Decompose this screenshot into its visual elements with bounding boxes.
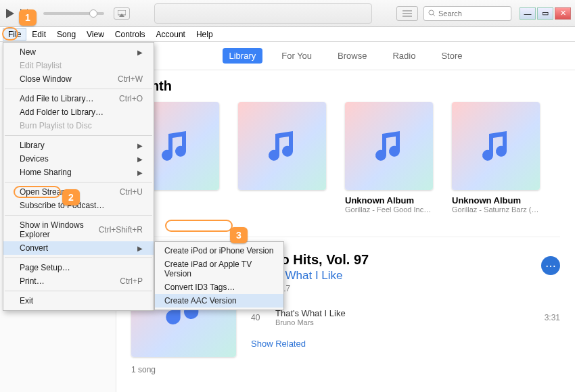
file-menu-item[interactable]: New▶ <box>3 45 154 59</box>
minimize-button[interactable]: — <box>520 7 536 20</box>
album-art <box>238 102 326 190</box>
album-artist: Gorillaz - Saturnz Barz (Spirit H… <box>452 205 540 214</box>
album-card[interactable]: Unknown Album Gorillaz - Feel Good Inc. … <box>345 102 433 214</box>
tab-for-you[interactable]: For You <box>275 48 319 64</box>
section-title: Month <box>131 78 560 94</box>
album-art <box>452 102 540 190</box>
file-menu-item[interactable]: Page Setup… <box>3 261 154 274</box>
file-menu-item[interactable]: Library▶ <box>3 139 154 152</box>
file-menu-dropdown: New▶Edit PlaylistClose WindowCtrl+WAdd F… <box>3 42 154 311</box>
convert-submenu: Create iPod or iPhone VersionCreate iPad… <box>154 241 284 310</box>
np-genre-year: Pop · 2017 <box>251 284 541 293</box>
album-art <box>345 102 433 190</box>
airplay-button[interactable] <box>114 7 130 20</box>
menu-help[interactable]: Help <box>191 28 218 41</box>
file-menu-item[interactable]: Show in Windows ExplorerCtrl+Shift+R <box>3 218 154 241</box>
file-menu-item[interactable]: Add Folder to Library… <box>3 105 154 119</box>
list-view-button[interactable] <box>396 6 418 21</box>
tab-browse[interactable]: Browse <box>331 48 373 64</box>
track-row[interactable]: 40 That's What I Like Bruno Mars 3:31 <box>251 308 560 326</box>
more-options-button[interactable]: ⋯ <box>541 256 560 275</box>
annotation-ring-2 <box>14 186 61 198</box>
album-title: Unknown Album <box>452 195 540 205</box>
convert-menu-item[interactable]: Convert ID3 Tags… <box>155 280 283 294</box>
file-menu-item[interactable]: Convert▶ <box>3 241 154 255</box>
menu-view[interactable]: View <box>81 28 110 41</box>
tab-radio[interactable]: Radio <box>386 48 422 64</box>
file-menu-item: Burn Playlist to Disc <box>3 119 154 132</box>
window-controls: — ▭ ✕ <box>520 7 571 20</box>
file-menu-item[interactable]: Exit <box>3 294 154 308</box>
close-button[interactable]: ✕ <box>555 7 571 20</box>
track-artist: Bruno Mars <box>275 318 545 326</box>
tab-library[interactable]: Library <box>223 48 263 64</box>
search-icon <box>428 7 436 20</box>
menu-account[interactable]: Account <box>151 28 191 41</box>
menu-song[interactable]: Song <box>51 28 81 41</box>
file-menu-item[interactable]: Devices▶ <box>3 152 154 166</box>
convert-menu-item[interactable]: Create AAC Version <box>155 294 283 308</box>
song-count: 1 song <box>131 365 560 374</box>
annotation-ring-1 <box>2 27 18 41</box>
menu-controls[interactable]: Controls <box>110 28 151 41</box>
menu-edit[interactable]: Edit <box>26 28 51 41</box>
player-toolbar: — ▭ ✕ <box>0 0 575 27</box>
search-input[interactable] <box>438 9 507 18</box>
volume-slider[interactable] <box>43 12 104 15</box>
file-menu-item[interactable]: Print…Ctrl+P <box>3 274 154 288</box>
album-card[interactable]: Unknown Album Gorillaz - Saturnz Barz (S… <box>452 102 540 214</box>
file-menu-item[interactable]: Add File to Library…Ctrl+O <box>3 92 154 105</box>
track-info: That's What I Like Bruno Mars <box>275 308 545 326</box>
convert-menu-item[interactable]: Create iPod or iPhone Version <box>155 244 283 258</box>
file-menu-item[interactable]: Close WindowCtrl+W <box>3 72 154 86</box>
tab-store[interactable]: Store <box>434 48 469 64</box>
svg-marker-0 <box>6 9 14 18</box>
track-index: 40 <box>251 313 275 322</box>
annotation-2: 2 <box>62 189 80 205</box>
lcd-display <box>154 3 372 24</box>
convert-menu-item[interactable]: Create iPad or Apple TV Version <box>155 258 283 280</box>
np-track-title[interactable]: That's What I Like <box>251 269 541 283</box>
np-album-title: Bravo Hits, Vol. 97 <box>251 252 541 268</box>
file-menu-item[interactable]: Home Sharing▶ <box>3 166 154 179</box>
track-duration: 3:31 <box>545 313 560 322</box>
now-playing-meta: Bravo Hits, Vol. 97 That's What I Like P… <box>251 252 560 357</box>
maximize-button[interactable]: ▭ <box>537 7 553 20</box>
album-card[interactable] <box>238 102 326 214</box>
section-tabs: Library For You Browse Radio Store <box>116 42 575 70</box>
svg-point-8 <box>429 10 434 15</box>
album-grid: Unknown Album Gorillaz - Feel Good Inc. … <box>131 102 560 214</box>
toolbar-right: — ▭ ✕ <box>396 6 571 21</box>
menu-bar: File Edit Song View Controls Account Hel… <box>0 27 575 42</box>
play-button[interactable] <box>4 7 16 20</box>
annotation-ring-3 <box>165 220 233 232</box>
svg-line-9 <box>433 14 435 16</box>
show-related-link[interactable]: Show Related <box>251 339 560 349</box>
file-menu-item: Edit Playlist <box>3 59 154 72</box>
annotation-3: 3 <box>230 227 248 243</box>
search-box[interactable] <box>423 6 511 21</box>
album-title: Unknown Album <box>345 195 433 205</box>
album-artist: Gorillaz - Feel Good Inc. (Offici… <box>345 205 433 214</box>
track-name: That's What I Like <box>275 308 545 318</box>
annotation-1: 1 <box>19 9 37 26</box>
